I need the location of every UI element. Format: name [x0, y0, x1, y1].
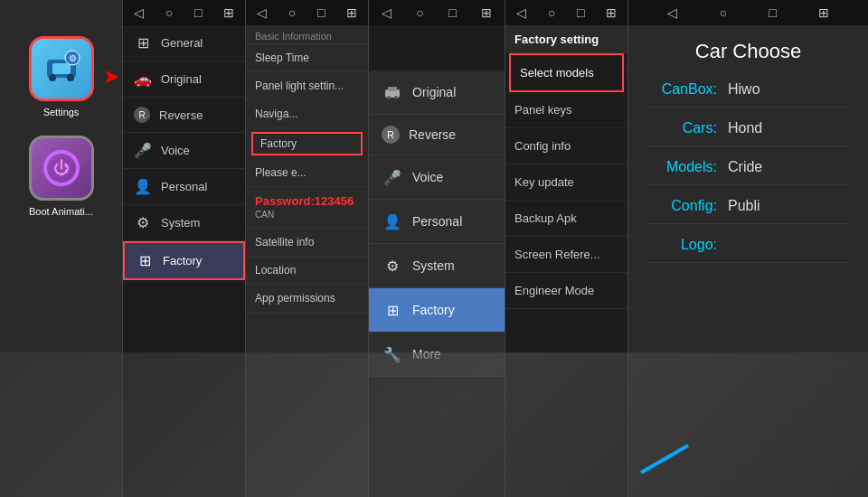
home-nav-5[interactable]: ○	[548, 5, 555, 20]
panel-light-row: Panel light settin...	[246, 72, 368, 100]
menu-nav-4[interactable]: ⊞	[481, 5, 492, 20]
config-row: Config: Publi	[646, 189, 850, 224]
back-nav-4[interactable]: ◁	[382, 5, 392, 20]
models-row: Models: Cride	[646, 150, 850, 185]
canbox-label: CanBox:	[646, 81, 728, 98]
svg-rect-10	[388, 87, 397, 91]
dropdown-voice[interactable]: 🎤 Voice ➤	[369, 155, 505, 200]
recents-nav-6[interactable]: □	[769, 5, 776, 20]
home-nav-4[interactable]: ○	[416, 5, 423, 20]
car-info-grid: CanBox: Hiwo Cars: Hond Models: Cride Co…	[628, 72, 868, 497]
password-row: Password:123456 CAN	[246, 187, 368, 229]
canbox-value: Hiwo	[728, 81, 760, 98]
factory-overlay-label: Factory	[260, 137, 297, 150]
original-icon: 🚗	[134, 70, 152, 88]
models-label: Models:	[646, 159, 728, 175]
menu-nav-3[interactable]: ⊞	[346, 5, 357, 20]
reverse-icon: R	[134, 107, 150, 123]
back-nav[interactable]: ◁	[134, 5, 144, 20]
navigation-row: Naviga... ➤	[246, 100, 368, 128]
car-choose-title: Car Choose	[628, 25, 868, 72]
backup-apk-label: Backup Apk	[514, 211, 577, 225]
dropdown-original-icon	[382, 81, 403, 103]
sleep-time-row: Sleep Time	[246, 44, 368, 72]
settings-app-label: Settings	[43, 107, 80, 117]
backup-apk-item[interactable]: Backup Apk	[505, 201, 627, 237]
svg-point-12	[394, 96, 398, 99]
back-nav-5[interactable]: ◁	[516, 5, 526, 20]
menu-personal[interactable]: 👤 Personal	[123, 169, 245, 205]
key-update-item[interactable]: Key update	[505, 164, 627, 201]
engineer-mode-label: Engineer Mode	[514, 284, 594, 297]
dropdown-personal-icon: 👤	[382, 211, 403, 232]
logo-row: Logo:	[646, 228, 850, 263]
dropdown-reverse[interactable]: R Reverse	[369, 115, 505, 155]
cars-row: Cars: Hond	[646, 111, 850, 146]
dropdown-system-label: System	[412, 258, 455, 273]
key-update-label: Key update	[514, 175, 574, 189]
back-nav-3[interactable]: ◁	[257, 5, 267, 20]
dropdown-voice-icon: 🎤	[382, 166, 403, 188]
voice-label: Voice	[161, 144, 190, 157]
dropdown-personal-label: Personal	[412, 214, 462, 229]
settings-app[interactable]: ⚙ Settings ➤	[29, 36, 94, 117]
panel-keys-label: Panel keys	[514, 103, 572, 117]
menu-system[interactable]: ⚙ System	[123, 205, 245, 241]
dropdown-factory[interactable]: ⊞ Factory	[369, 288, 505, 333]
select-models-item[interactable]: Select models ➤	[509, 53, 624, 92]
factory-header: Factory setting	[505, 25, 627, 53]
screen-ref-item[interactable]: Screen Refere...	[505, 237, 627, 273]
back-nav-6[interactable]: ◁	[667, 5, 677, 20]
car-choose-panel: ◁ ○ □ ⊞ Car Choose CanBox: Hiwo Cars: Ho…	[628, 0, 868, 497]
svg-point-3	[67, 74, 74, 81]
home-nav[interactable]: ○	[165, 5, 173, 20]
home-nav-3[interactable]: ○	[288, 5, 296, 20]
home-nav-6[interactable]: ○	[719, 5, 726, 20]
voice-icon: 🎤	[134, 142, 152, 159]
settings-arrow: ➤	[103, 65, 119, 89]
app-permissions-row: App permissions	[246, 285, 368, 313]
config-label: Config:	[646, 198, 728, 214]
dropdown-factory-icon: ⊞	[382, 299, 403, 321]
dropdown-reverse-label: Reverse	[409, 127, 456, 142]
canbox-suffix: CAN	[255, 210, 274, 220]
svg-rect-1	[52, 63, 71, 74]
models-value: Cride	[728, 159, 762, 175]
boot-app-label: Boot Animati...	[29, 206, 93, 217]
panel-keys-item[interactable]: Panel keys	[505, 92, 627, 128]
menu-nav-5[interactable]: ⊞	[606, 5, 617, 20]
nav-bar-6: ◁ ○ □ ⊞	[628, 0, 868, 25]
system-icon: ⚙	[134, 214, 152, 231]
svg-text:⚙: ⚙	[68, 53, 76, 63]
settings-icon-svg: ⚙	[40, 47, 83, 90]
menu-original[interactable]: 🚗 Original	[123, 61, 245, 98]
menu-nav[interactable]: ⊞	[223, 5, 234, 20]
recents-nav-3[interactable]: □	[317, 5, 325, 20]
select-models-arrow: ➤	[625, 64, 627, 84]
menu-nav-6[interactable]: ⊞	[818, 5, 829, 20]
satellite-row: Satellite info	[246, 229, 368, 257]
menu-factory[interactable]: ⊞ Factory	[123, 241, 245, 280]
nav-bar-3: ◁ ○ □ ⊞	[246, 0, 368, 25]
recents-nav-5[interactable]: □	[577, 5, 584, 20]
dropdown-reverse-icon: R	[382, 126, 400, 144]
nav-bar-2: ◁ ○ □ ⊞	[123, 0, 245, 25]
cars-value: Hond	[728, 120, 762, 136]
nav-bar-4: ◁ ○ □ ⊞	[369, 0, 505, 25]
original-label: Original	[161, 72, 202, 86]
dropdown-system[interactable]: ⚙ System	[369, 244, 505, 288]
menu-general[interactable]: ⊞ General	[123, 25, 245, 61]
recents-nav[interactable]: □	[194, 5, 202, 20]
engineer-mode-item[interactable]: Engineer Mode	[505, 273, 627, 309]
boot-animation-app[interactable]: ⏻ Boot Animati...	[29, 136, 94, 217]
dropdown-original[interactable]: Original	[369, 70, 505, 115]
dropdown-personal[interactable]: 👤 Personal	[369, 200, 505, 244]
config-info-item[interactable]: Config info	[505, 128, 627, 164]
menu-voice[interactable]: 🎤 Voice ➤	[123, 133, 245, 169]
dropdown-voice-label: Voice	[412, 170, 443, 184]
screen-ref-label: Screen Refere...	[514, 248, 600, 261]
menu-reverse[interactable]: R Reverse	[123, 98, 245, 133]
settings-dropdown: Original R Reverse 🎤 Voice ➤ 👤 Personal …	[369, 70, 505, 377]
recents-nav-4[interactable]: □	[448, 5, 456, 20]
factory-icon: ⊞	[136, 252, 154, 269]
